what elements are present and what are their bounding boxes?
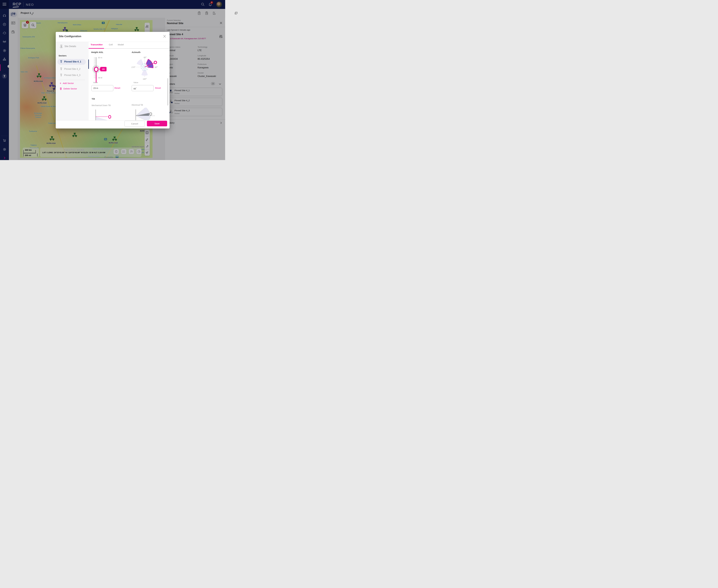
sector-item[interactable]: Pinned Site 4_2 [60, 67, 80, 71]
height-slider-handle[interactable] [94, 67, 99, 72]
tab-transmitter[interactable]: Transmitter [90, 43, 103, 46]
mechanical-tilt-widget[interactable] [90, 108, 115, 120]
sectors-list-heading: Sectors [59, 55, 66, 57]
azimuth-north-label: 000 [144, 56, 146, 59]
electrical-tilt-widget[interactable] [131, 108, 157, 120]
add-sector-button[interactable]: + Add Sector [60, 82, 74, 85]
sector-item-active[interactable]: Pinned Site 4_1 [60, 60, 81, 63]
modal-left-nav [56, 42, 88, 120]
plus-icon: + [60, 82, 61, 85]
nav-site-details[interactable]: Site Details [60, 44, 76, 48]
height-value-label: Value [93, 81, 98, 84]
mechanical-tilt-handle[interactable] [108, 115, 111, 119]
mechanical-tilt-label: Mechanical Down Tilt [91, 104, 110, 106]
azimuth-value-input[interactable]: 65° [132, 85, 153, 91]
height-agl-heading: Height AGL [91, 51, 103, 54]
tab-cell[interactable]: Cell [109, 43, 113, 46]
trash-icon [60, 87, 62, 90]
height-value-input[interactable]: 23 m [91, 85, 113, 91]
electrical-tilt-handle[interactable] [149, 112, 152, 115]
delete-sector-button[interactable]: Delete Sector [60, 87, 77, 90]
slider-max-label: 50 m [98, 57, 102, 59]
tab-model[interactable]: Model [118, 43, 124, 46]
tilt-heading: Tilt [91, 98, 95, 100]
modal-title: Site Configuration [59, 35, 81, 38]
cancel-button[interactable]: Cancel [124, 121, 145, 127]
modal-close-icon[interactable] [163, 35, 166, 38]
site-configuration-modal: Site Configuration Site Details Sectors … [56, 32, 170, 128]
slider-min-label: 04 M [98, 77, 102, 79]
azimuth-east-label: 900 [155, 66, 157, 68]
azimuth-handle[interactable] [154, 61, 157, 64]
electrical-tilt-label: Electrical Tilt [132, 104, 143, 106]
azimuth-reset-link[interactable]: Reset [155, 87, 161, 89]
height-reset-link[interactable]: Reset [115, 87, 120, 89]
height-value-tooltip: 23 [100, 67, 106, 71]
azimuth-south-label: 1800 [143, 78, 147, 80]
modal-scrollbar[interactable] [167, 78, 168, 106]
azimuth-value-label: Value [134, 81, 138, 84]
azimuth-west-label: 2700 [131, 66, 135, 68]
save-button[interactable]: Save [147, 121, 167, 126]
sector-list-scroll-indicator [88, 59, 89, 69]
azimuth-heading: Azimuth [132, 51, 140, 54]
sector-item[interactable]: Pinned Site 4_3 [60, 74, 80, 77]
